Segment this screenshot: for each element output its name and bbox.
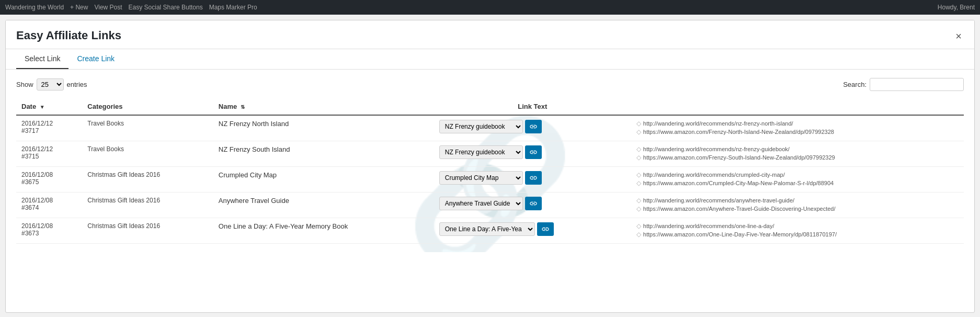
cell-date: 2016/12/08#3673 [16,218,82,244]
insert-link-button[interactable] [525,120,542,133]
maps-marker[interactable]: Maps Marker Pro [209,4,257,11]
url-diamond-icon: ◇ [636,171,641,178]
easy-social[interactable]: Easy Social Share Buttons [129,4,203,11]
cell-name: Crumpled City Map [213,167,434,193]
url-diamond-icon: ◇ [636,231,641,238]
cell-linktext: Anywhere Travel Guide [434,193,631,218]
cell-category: Travel Books [82,115,213,141]
col-name[interactable]: Name ⇅ [213,98,434,115]
col-categories: Categories [82,98,213,115]
url-line: ◇http://wandering.world/recommends/nz-fr… [636,120,959,127]
insert-link-button[interactable] [525,171,542,185]
table-body: 2016/12/12#3717Travel BooksNZ Frenzy Nor… [16,115,964,244]
cell-date: 2016/12/08#3674 [16,193,82,218]
linktext-select[interactable]: Crumpled City Map [439,171,523,185]
insert-link-button[interactable] [525,197,542,210]
linktext-select[interactable]: Anywhere Travel Guide [439,197,523,210]
table-row: 2016/12/12#3715Travel BooksNZ Frenzy Sou… [16,141,964,167]
url-diamond-icon: ◇ [636,197,641,204]
cell-urls: ◇http://wandering.world/recommends/one-l… [631,218,964,244]
modal-close-button[interactable]: × [953,29,964,43]
site-name: Wandering the World [5,4,64,11]
search-input[interactable] [870,78,964,91]
search-row: Search: [843,78,964,91]
url-diamond-icon: ◇ [636,205,641,212]
url-line: ◇https://www.amazon.com/Crumpled-City-Ma… [636,179,959,187]
cell-urls: ◇http://wandering.world/recommends/anywh… [631,193,964,218]
cell-name: Anywhere Travel Guide [213,193,434,218]
table-row: 2016/12/08#3673Christmas Gift Ideas 2016… [16,218,964,244]
url-line: ◇https://www.amazon.com/Anywhere-Travel-… [636,205,959,212]
table-wrap: Date ▼ Categories Name ⇅ Link Text [16,98,964,244]
search-label: Search: [843,81,867,88]
cell-urls: ◇http://wandering.world/recommends/crump… [631,167,964,193]
tab-select-link[interactable]: Select Link [16,49,69,69]
new-link[interactable]: + New [70,4,88,11]
cell-date: 2016/12/08#3675 [16,167,82,193]
topbar-right: Howdy, Brent [938,4,975,11]
url-diamond-icon: ◇ [636,179,641,187]
url-text: https://www.amazon.com/One-Line-Day-Five… [643,231,837,237]
cell-linktext: One Line a Day: A Five-Yea [434,218,631,244]
show-label: Show [16,81,33,88]
modal-body: 🔗 Show 25 50 100 entries Search: [6,70,974,252]
url-text: http://wandering.world/recommends/crumpl… [643,172,785,178]
col-linktext: Link Text [434,98,631,115]
url-text: https://www.amazon.com/Frenzy-South-Isla… [643,154,835,161]
cell-category: Christmas Gift Ideas 2016 [82,193,213,218]
url-diamond-icon: ◇ [636,154,641,161]
cell-name: NZ Frenzy North Island [213,115,434,141]
url-line: ◇http://wandering.world/recommends/anywh… [636,197,959,204]
url-text: http://wandering.world/recommends/one-li… [643,223,774,229]
cell-linktext: NZ Frenzy guidebook [434,115,631,141]
url-text: http://wandering.world/recommends/anywhe… [643,197,794,203]
col-urls [631,98,964,115]
modal-header: Easy Affiliate Links × [6,20,974,49]
date-sort-icon: ▼ [40,104,45,110]
controls-row: Show 25 50 100 entries Search: [16,78,964,91]
insert-link-button[interactable] [525,145,542,159]
modal-overlay: Easy Affiliate Links × Select Link Creat… [5,20,975,313]
cell-category: Christmas Gift Ideas 2016 [82,218,213,244]
url-text: https://www.amazon.com/Anywhere-Travel-G… [643,206,836,212]
modal-title: Easy Affiliate Links [16,29,121,42]
topbar-left: Wandering the World + New View Post Easy… [5,4,257,11]
linktext-select[interactable]: NZ Frenzy guidebook [439,145,523,159]
linktext-select[interactable]: One Line a Day: A Five-Yea [439,222,535,236]
url-diamond-icon: ◇ [636,120,641,127]
user-greeting: Howdy, Brent [938,4,975,11]
tab-create-link[interactable]: Create Link [69,49,123,69]
url-line: ◇https://www.amazon.com/One-Line-Day-Fiv… [636,231,959,238]
url-diamond-icon: ◇ [636,145,641,153]
entries-select[interactable]: 25 50 100 [37,78,64,90]
cell-date: 2016/12/12#3715 [16,141,82,167]
show-entries: Show 25 50 100 entries [16,78,87,90]
url-diamond-icon: ◇ [636,222,641,230]
url-line: ◇http://wandering.world/recommends/one-l… [636,222,959,230]
url-line: ◇https://www.amazon.com/Frenzy-South-Isl… [636,154,959,161]
entries-label: entries [67,81,87,88]
url-line: ◇http://wandering.world/recommends/nz-fr… [636,145,959,153]
view-post[interactable]: View Post [94,4,122,11]
linktext-select[interactable]: NZ Frenzy guidebook [439,120,523,133]
cell-name: One Line a Day: A Five-Year Memory Book [213,218,434,244]
url-text: http://wandering.world/recommends/nz-fre… [643,146,790,152]
cell-category: Christmas Gift Ideas 2016 [82,167,213,193]
cell-urls: ◇http://wandering.world/recommends/nz-fr… [631,115,964,141]
table-row: 2016/12/08#3675Christmas Gift Ideas 2016… [16,167,964,193]
url-text: http://wandering.world/recommends/nz-fre… [643,120,793,127]
table-row: 2016/12/08#3674Christmas Gift Ideas 2016… [16,193,964,218]
table-header: Date ▼ Categories Name ⇅ Link Text [16,98,964,115]
cell-urls: ◇http://wandering.world/recommends/nz-fr… [631,141,964,167]
url-text: https://www.amazon.com/Frenzy-North-Isla… [643,129,834,135]
cell-category: Travel Books [82,141,213,167]
url-line: ◇http://wandering.world/recommends/crump… [636,171,959,178]
links-table: Date ▼ Categories Name ⇅ Link Text [16,98,964,244]
name-sort-icon: ⇅ [241,104,245,110]
col-date[interactable]: Date ▼ [16,98,82,115]
insert-link-button[interactable] [537,222,554,236]
url-line: ◇https://www.amazon.com/Frenzy-North-Isl… [636,128,959,135]
tabs-container: Select Link Create Link [6,49,974,70]
cell-name: NZ Frenzy South Island [213,141,434,167]
url-text: https://www.amazon.com/Crumpled-City-Map… [643,180,834,186]
